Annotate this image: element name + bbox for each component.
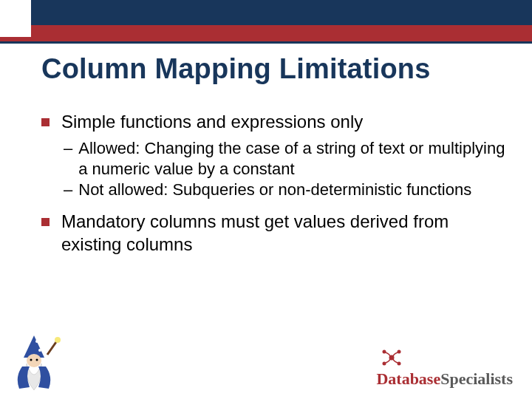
dash-icon: – <box>64 180 72 200</box>
bullet-text: Mandatory columns must get values derive… <box>61 211 511 256</box>
header-red-stripe <box>0 25 532 41</box>
square-bullet-icon <box>41 118 50 126</box>
sub-text: Allowed: Changing the case of a string o… <box>78 138 511 180</box>
square-bullet-icon <box>41 218 50 226</box>
wizard-icon <box>7 334 61 393</box>
svg-point-8 <box>55 337 61 343</box>
header-navy-line <box>0 41 532 44</box>
sub-text: Not allowed: Subqueries or non-determini… <box>78 180 511 200</box>
bullet-item: Mandatory columns must get values derive… <box>41 211 511 256</box>
content-area: Simple functions and expressions only – … <box>41 111 511 261</box>
header-notch <box>0 0 31 37</box>
dash-icon: – <box>64 138 72 159</box>
sub-item: – Not allowed: Subqueries or non-determi… <box>64 180 511 200</box>
header-navy <box>0 0 532 25</box>
logo-text-part2: Specialists <box>440 369 513 388</box>
logo-mark-icon <box>379 347 404 368</box>
svg-point-2 <box>35 340 38 343</box>
svg-point-3 <box>38 349 41 352</box>
svg-point-6 <box>36 359 38 361</box>
footer-logo: DatabaseSpecialists <box>376 347 513 389</box>
sub-list: – Allowed: Changing the case of a string… <box>64 138 511 200</box>
header-band <box>0 0 532 43</box>
slide-title: Column Mapping Limitations <box>41 53 517 85</box>
sub-item: – Allowed: Changing the case of a string… <box>64 138 511 180</box>
svg-point-5 <box>30 359 33 361</box>
svg-point-1 <box>24 344 27 347</box>
bullet-item: Simple functions and expressions only <box>41 111 511 134</box>
bullet-text: Simple functions and expressions only <box>61 111 511 134</box>
logo-text-part1: Database <box>376 369 440 388</box>
logo-text: DatabaseSpecialists <box>376 369 513 389</box>
svg-point-4 <box>27 354 41 367</box>
